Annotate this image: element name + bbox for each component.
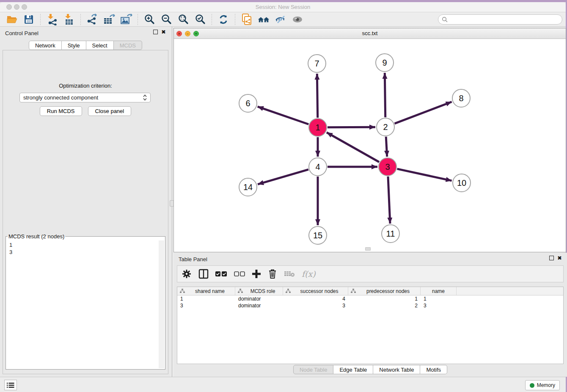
add-column-icon[interactable] bbox=[252, 268, 261, 280]
graph-edge[interactable] bbox=[397, 169, 451, 181]
result-scrollbar[interactable] bbox=[159, 240, 164, 368]
column-header-shared-name[interactable]: shared name bbox=[177, 287, 235, 295]
hierarchy-icon bbox=[180, 289, 185, 293]
toolbar-separator bbox=[80, 14, 81, 25]
task-history-button[interactable] bbox=[4, 380, 17, 390]
toolbar-separator bbox=[235, 14, 235, 25]
graph-node-9[interactable]: 9 bbox=[375, 53, 394, 72]
graph-edge[interactable] bbox=[258, 107, 309, 124]
show-icon[interactable] bbox=[291, 14, 304, 25]
graph-edge[interactable] bbox=[258, 169, 308, 184]
result-line: 1 bbox=[9, 241, 156, 248]
deselect-all-icon[interactable] bbox=[234, 268, 245, 280]
memory-label: Memory bbox=[537, 382, 555, 388]
table-row[interactable]: 3dominator323 bbox=[177, 302, 563, 309]
application-window: Session: New Session bbox=[0, 2, 566, 392]
tab-style[interactable]: Style bbox=[62, 41, 86, 50]
graph-node-3[interactable]: 3 bbox=[378, 157, 397, 176]
list-icon bbox=[7, 382, 14, 388]
graph-edge[interactable] bbox=[388, 177, 390, 224]
close-table-panel-icon[interactable]: ✖ bbox=[557, 256, 562, 260]
column-header-mcds-role[interactable]: MCDS role bbox=[235, 287, 283, 295]
graph-node-4[interactable]: 4 bbox=[308, 157, 327, 176]
graph-node-1[interactable]: 1 bbox=[308, 118, 327, 137]
tab-select[interactable]: Select bbox=[86, 41, 114, 50]
select-all-icon[interactable] bbox=[215, 268, 227, 280]
table-cell: 2 bbox=[348, 302, 421, 309]
trash-icon[interactable] bbox=[268, 268, 277, 280]
export-table-icon[interactable] bbox=[103, 14, 116, 25]
memory-status-icon bbox=[530, 383, 534, 388]
mcds-result-title: MCDS result (2 nodes) bbox=[8, 233, 65, 240]
column-label: successor nodes bbox=[293, 288, 345, 294]
open-session-icon[interactable] bbox=[6, 14, 18, 25]
window-titlebar[interactable]: Session: New Session bbox=[0, 2, 566, 12]
criterion-dropdown[interactable]: strongly connected component bbox=[19, 93, 151, 102]
save-session-icon[interactable] bbox=[22, 14, 35, 25]
tab-edge-table[interactable]: Edge Table bbox=[333, 365, 373, 374]
search-input[interactable] bbox=[450, 17, 559, 22]
graph-edge[interactable] bbox=[327, 133, 379, 162]
refresh-icon[interactable] bbox=[217, 14, 230, 25]
export-image-icon[interactable] bbox=[120, 14, 132, 25]
import-table-icon[interactable] bbox=[63, 14, 75, 25]
home-icon[interactable] bbox=[257, 14, 270, 25]
column-header-name[interactable]: name bbox=[421, 287, 457, 295]
tab-motifs[interactable]: Motifs bbox=[420, 365, 447, 374]
graph-node-10[interactable]: 10 bbox=[452, 174, 471, 192]
tab-mcds[interactable]: MCDS bbox=[114, 41, 142, 50]
graph-edge[interactable] bbox=[385, 73, 385, 117]
close-panel-icon[interactable]: ✖ bbox=[161, 30, 166, 34]
graph-edge[interactable] bbox=[395, 102, 452, 124]
close-panel-button[interactable]: Close panel bbox=[88, 106, 132, 116]
graph-edge[interactable] bbox=[386, 137, 387, 157]
column-header-successor-nodes[interactable]: successor nodes bbox=[283, 287, 348, 295]
node-table-header: shared nameMCDS rolesuccessor nodesprede… bbox=[177, 287, 563, 295]
graph-node-2[interactable]: 2 bbox=[376, 118, 395, 136]
table-panel: Table Panel ✖ bbox=[173, 253, 567, 377]
search-field[interactable] bbox=[438, 14, 562, 25]
hierarchy-icon bbox=[351, 289, 356, 293]
tab-network-table[interactable]: Network Table bbox=[373, 365, 420, 374]
delete-table-icon[interactable] bbox=[284, 268, 295, 280]
hide-icon[interactable] bbox=[274, 14, 287, 25]
memory-button[interactable]: Memory bbox=[525, 380, 560, 390]
node-table-body: 1dominator4113dominator323 bbox=[177, 295, 563, 309]
function-icon[interactable]: f(x) bbox=[302, 268, 316, 280]
graph-node-6[interactable]: 6 bbox=[239, 94, 257, 113]
graph-edge[interactable] bbox=[317, 74, 317, 118]
mcds-panel-body: Optimization criterion: strongly connect… bbox=[3, 50, 168, 374]
zoom-selected-icon[interactable] bbox=[194, 14, 206, 25]
network-window-titlebar[interactable]: ✕ − + scc.txt bbox=[174, 28, 566, 39]
graph-node-14[interactable]: 14 bbox=[239, 178, 257, 196]
run-mcds-button[interactable]: Run MCDS bbox=[40, 106, 82, 116]
optimization-criterion-label: Optimization criterion: bbox=[3, 83, 168, 89]
graph-edge[interactable] bbox=[328, 127, 375, 127]
graph-node-7[interactable]: 7 bbox=[308, 54, 326, 73]
tab-node-table[interactable]: Node Table bbox=[293, 365, 334, 374]
tab-network[interactable]: Network bbox=[29, 41, 62, 50]
split-columns-icon[interactable] bbox=[198, 268, 209, 280]
network-canvas[interactable]: 7968124314101511 bbox=[174, 39, 566, 252]
graph-node-15[interactable]: 15 bbox=[308, 226, 327, 245]
column-header-predecessor-nodes[interactable]: predecessor nodes bbox=[348, 287, 421, 295]
hierarchy-icon bbox=[286, 289, 291, 293]
float-panel-icon[interactable] bbox=[153, 30, 158, 34]
toolbar-separator bbox=[138, 14, 138, 25]
zoom-out-icon[interactable] bbox=[160, 14, 173, 25]
float-table-panel-icon[interactable] bbox=[549, 256, 554, 260]
status-bar: Memory bbox=[0, 377, 566, 392]
import-network-icon[interactable] bbox=[46, 14, 58, 25]
export-network-icon[interactable] bbox=[86, 14, 99, 25]
mcds-result-lines[interactable]: 13 bbox=[7, 240, 158, 368]
canvas-grip[interactable] bbox=[365, 247, 371, 251]
zoom-fit-icon[interactable] bbox=[177, 14, 190, 25]
zoom-in-icon[interactable] bbox=[143, 14, 156, 25]
graph-node-11[interactable]: 11 bbox=[381, 224, 400, 243]
graph-node-8[interactable]: 8 bbox=[452, 89, 471, 108]
network-file-icon[interactable] bbox=[240, 14, 253, 25]
gear-icon[interactable] bbox=[182, 268, 192, 280]
table-row[interactable]: 1dominator411 bbox=[177, 295, 563, 302]
hierarchy-icon bbox=[238, 289, 243, 293]
dropdown-stepper-icon bbox=[143, 94, 147, 101]
